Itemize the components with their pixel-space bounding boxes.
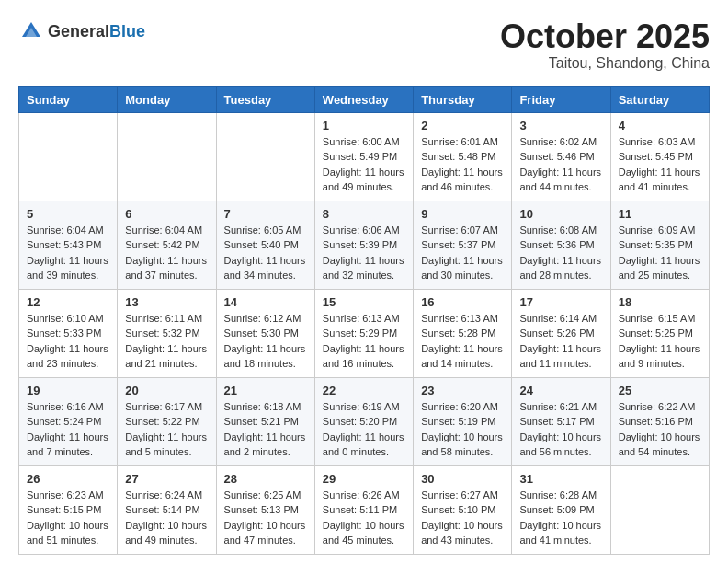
day-info: Sunrise: 6:05 AM Sunset: 5:40 PM Dayligh…: [224, 223, 307, 283]
day-number: 17: [519, 295, 602, 309]
week-row-5: 26Sunrise: 6:23 AM Sunset: 5:15 PM Dayli…: [19, 465, 710, 554]
logo-icon: [18, 18, 44, 44]
day-number: 16: [421, 295, 504, 309]
calendar-cell: 8Sunrise: 6:06 AM Sunset: 5:39 PM Daylig…: [314, 201, 413, 289]
calendar-cell: 6Sunrise: 6:04 AM Sunset: 5:42 PM Daylig…: [118, 201, 216, 289]
day-info: Sunrise: 6:06 AM Sunset: 5:39 PM Dayligh…: [323, 223, 405, 283]
calendar-cell: 9Sunrise: 6:07 AM Sunset: 5:37 PM Daylig…: [414, 201, 512, 289]
day-info: Sunrise: 6:07 AM Sunset: 5:37 PM Dayligh…: [421, 223, 504, 283]
day-number: 29: [323, 472, 405, 486]
day-number: 3: [519, 119, 602, 132]
day-info: Sunrise: 6:04 AM Sunset: 5:43 PM Dayligh…: [27, 223, 109, 283]
day-info: Sunrise: 6:14 AM Sunset: 5:26 PM Dayligh…: [519, 311, 602, 372]
weekday-header-row: SundayMondayTuesdayWednesdayThursdayFrid…: [19, 86, 710, 112]
day-info: Sunrise: 6:21 AM Sunset: 5:17 PM Dayligh…: [519, 399, 602, 460]
day-number: 31: [519, 472, 602, 486]
calendar-cell: 18Sunrise: 6:15 AM Sunset: 5:25 PM Dayli…: [610, 289, 709, 377]
calendar-cell: 20Sunrise: 6:17 AM Sunset: 5:22 PM Dayli…: [118, 377, 216, 465]
calendar-cell: 29Sunrise: 6:26 AM Sunset: 5:11 PM Dayli…: [314, 465, 413, 554]
day-number: 6: [125, 207, 208, 221]
day-number: 11: [619, 207, 701, 221]
day-info: Sunrise: 6:28 AM Sunset: 5:09 PM Dayligh…: [519, 488, 602, 548]
day-info: Sunrise: 6:13 AM Sunset: 5:28 PM Dayligh…: [421, 311, 504, 372]
day-number: 14: [224, 295, 307, 309]
calendar-cell: 14Sunrise: 6:12 AM Sunset: 5:30 PM Dayli…: [216, 289, 314, 377]
day-info: Sunrise: 6:02 AM Sunset: 5:46 PM Dayligh…: [519, 134, 602, 195]
day-info: Sunrise: 6:22 AM Sunset: 5:16 PM Dayligh…: [619, 399, 701, 460]
day-info: Sunrise: 6:25 AM Sunset: 5:13 PM Dayligh…: [224, 488, 307, 548]
calendar-cell: 2Sunrise: 6:01 AM Sunset: 5:48 PM Daylig…: [414, 112, 512, 201]
day-info: Sunrise: 6:13 AM Sunset: 5:29 PM Dayligh…: [323, 311, 405, 372]
calendar-cell: [19, 112, 118, 201]
day-number: 30: [421, 472, 504, 486]
day-number: 9: [421, 207, 504, 221]
day-number: 12: [27, 295, 109, 309]
location-title: Taitou, Shandong, China: [500, 55, 710, 72]
calendar-cell: 1Sunrise: 6:00 AM Sunset: 5:49 PM Daylig…: [314, 112, 413, 201]
calendar-cell: [118, 112, 216, 201]
calendar-cell: 27Sunrise: 6:24 AM Sunset: 5:14 PM Dayli…: [118, 465, 216, 554]
day-info: Sunrise: 6:18 AM Sunset: 5:21 PM Dayligh…: [224, 399, 307, 460]
day-info: Sunrise: 6:01 AM Sunset: 5:48 PM Dayligh…: [421, 134, 504, 195]
weekday-header-sunday: Sunday: [19, 86, 118, 112]
day-number: 13: [125, 295, 208, 309]
day-info: Sunrise: 6:27 AM Sunset: 5:10 PM Dayligh…: [421, 488, 504, 548]
calendar-cell: 28Sunrise: 6:25 AM Sunset: 5:13 PM Dayli…: [216, 465, 314, 554]
day-number: 10: [519, 207, 602, 221]
day-number: 19: [27, 384, 109, 397]
day-info: Sunrise: 6:26 AM Sunset: 5:11 PM Dayligh…: [323, 488, 405, 548]
day-info: Sunrise: 6:15 AM Sunset: 5:25 PM Dayligh…: [619, 311, 701, 372]
day-info: Sunrise: 6:23 AM Sunset: 5:15 PM Dayligh…: [27, 488, 109, 548]
day-info: Sunrise: 6:24 AM Sunset: 5:14 PM Dayligh…: [125, 488, 208, 548]
calendar-cell: 16Sunrise: 6:13 AM Sunset: 5:28 PM Dayli…: [414, 289, 512, 377]
day-info: Sunrise: 6:04 AM Sunset: 5:42 PM Dayligh…: [125, 223, 208, 283]
logo: GeneralBlue: [18, 18, 145, 44]
day-number: 27: [125, 472, 208, 486]
calendar-cell: 13Sunrise: 6:11 AM Sunset: 5:32 PM Dayli…: [118, 289, 216, 377]
day-number: 7: [224, 207, 307, 221]
day-info: Sunrise: 6:19 AM Sunset: 5:20 PM Dayligh…: [323, 399, 405, 460]
weekday-header-tuesday: Tuesday: [216, 86, 314, 112]
day-info: Sunrise: 6:16 AM Sunset: 5:24 PM Dayligh…: [27, 399, 109, 460]
day-number: 5: [27, 207, 109, 221]
weekday-header-thursday: Thursday: [414, 86, 512, 112]
month-title: October 2025: [500, 18, 710, 55]
day-number: 28: [224, 472, 307, 486]
day-info: Sunrise: 6:03 AM Sunset: 5:45 PM Dayligh…: [619, 134, 701, 195]
calendar-cell: 25Sunrise: 6:22 AM Sunset: 5:16 PM Dayli…: [610, 377, 709, 465]
weekday-header-friday: Friday: [512, 86, 610, 112]
calendar-cell: 11Sunrise: 6:09 AM Sunset: 5:35 PM Dayli…: [610, 201, 709, 289]
weekday-header-monday: Monday: [118, 86, 216, 112]
day-number: 26: [27, 472, 109, 486]
calendar-cell: [216, 112, 314, 201]
calendar-cell: 17Sunrise: 6:14 AM Sunset: 5:26 PM Dayli…: [512, 289, 610, 377]
calendar-cell: 23Sunrise: 6:20 AM Sunset: 5:19 PM Dayli…: [414, 377, 512, 465]
day-number: 23: [421, 384, 504, 397]
calendar-cell: 30Sunrise: 6:27 AM Sunset: 5:10 PM Dayli…: [414, 465, 512, 554]
day-info: Sunrise: 6:08 AM Sunset: 5:36 PM Dayligh…: [519, 223, 602, 283]
day-number: 25: [619, 384, 701, 397]
logo-blue: Blue: [109, 22, 145, 40]
title-block: October 2025 Taitou, Shandong, China: [500, 18, 710, 72]
calendar-cell: 5Sunrise: 6:04 AM Sunset: 5:43 PM Daylig…: [19, 201, 118, 289]
day-number: 15: [323, 295, 405, 309]
calendar-cell: 22Sunrise: 6:19 AM Sunset: 5:20 PM Dayli…: [314, 377, 413, 465]
day-number: 18: [619, 295, 701, 309]
week-row-4: 19Sunrise: 6:16 AM Sunset: 5:24 PM Dayli…: [19, 377, 710, 465]
day-number: 24: [519, 384, 602, 397]
calendar-cell: 7Sunrise: 6:05 AM Sunset: 5:40 PM Daylig…: [216, 201, 314, 289]
calendar-table: SundayMondayTuesdayWednesdayThursdayFrid…: [18, 86, 710, 555]
calendar-cell: 21Sunrise: 6:18 AM Sunset: 5:21 PM Dayli…: [216, 377, 314, 465]
day-info: Sunrise: 6:17 AM Sunset: 5:22 PM Dayligh…: [125, 399, 208, 460]
day-info: Sunrise: 6:12 AM Sunset: 5:30 PM Dayligh…: [224, 311, 307, 372]
day-number: 8: [323, 207, 405, 221]
calendar-cell: 31Sunrise: 6:28 AM Sunset: 5:09 PM Dayli…: [512, 465, 610, 554]
logo-general: General: [48, 22, 109, 40]
day-number: 4: [619, 119, 701, 132]
day-info: Sunrise: 6:20 AM Sunset: 5:19 PM Dayligh…: [421, 399, 504, 460]
day-number: 21: [224, 384, 307, 397]
day-number: 2: [421, 119, 504, 132]
day-number: 20: [125, 384, 208, 397]
day-number: 1: [323, 119, 405, 132]
week-row-3: 12Sunrise: 6:10 AM Sunset: 5:33 PM Dayli…: [19, 289, 710, 377]
